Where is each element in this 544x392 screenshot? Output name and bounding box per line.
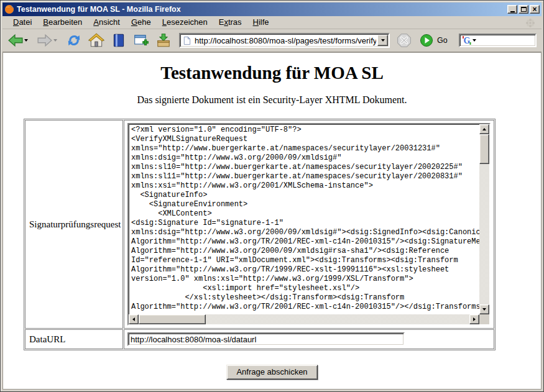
close-icon: ×: [532, 6, 537, 12]
forward-dropdown-icon[interactable]: [53, 39, 57, 42]
menu-bar: Datei Bearbeiten Ansicht Gehe Lesezeiche…: [2, 16, 542, 29]
horizontal-scrollbar[interactable]: [129, 314, 479, 324]
close-button[interactable]: ×: [530, 5, 540, 14]
minimize-button[interactable]: [507, 5, 517, 14]
menu-datei[interactable]: Datei: [7, 16, 37, 29]
page-subtitle: Das signierte Dokument ist ein Security-…: [3, 94, 541, 106]
request-textarea[interactable]: <?xml version="1.0" encoding="UTF-8"?> <…: [127, 123, 491, 326]
window-title: Testanwendung für MOA SL - Mozilla Firef…: [17, 5, 507, 14]
form-table: Signaturprüfungsrequest <?xml version="1…: [24, 119, 496, 350]
menu-hilfe[interactable]: Hilfe: [247, 16, 275, 29]
downloads-button[interactable]: [155, 32, 172, 48]
vertical-scrollbar[interactable]: [479, 124, 489, 314]
throbber-icon: [525, 18, 535, 28]
menu-extras[interactable]: Extras: [213, 16, 247, 29]
maximize-icon: [521, 7, 527, 12]
dataurl-label: DataURL: [25, 329, 123, 349]
home-button[interactable]: [88, 32, 104, 48]
go-button[interactable]: [418, 32, 435, 48]
url-bar[interactable]: [179, 33, 390, 48]
back-button[interactable]: [7, 32, 24, 48]
browser-window: Testanwendung für MOA SL - Mozilla Firef…: [0, 0, 544, 392]
reload-button[interactable]: [66, 32, 82, 48]
vertical-scroll-track[interactable]: [479, 134, 489, 304]
scroll-left-button[interactable]: [129, 314, 139, 324]
scroll-up-button[interactable]: [479, 124, 489, 134]
dataurl-input[interactable]: [127, 332, 405, 346]
table-row: DataURL: [25, 329, 494, 349]
window-controls: ×: [507, 5, 540, 14]
scroll-right-button[interactable]: [469, 314, 479, 324]
search-input[interactable]: [478, 36, 532, 45]
arrow-up-icon: [482, 128, 486, 130]
horizontal-scroll-track[interactable]: [139, 314, 469, 324]
minimize-icon: [510, 11, 515, 12]
chevron-down-icon: [381, 39, 385, 42]
forward-button[interactable]: [37, 32, 53, 48]
scroll-down-button[interactable]: [479, 304, 489, 314]
submit-button[interactable]: Anfrage abschicken: [226, 365, 317, 380]
menu-lesezeichen[interactable]: Lesezeichen: [157, 16, 213, 29]
navigation-toolbar: Go G: [2, 29, 542, 52]
new-window-button[interactable]: [133, 32, 149, 48]
arrow-left-icon: [132, 317, 135, 321]
maximize-button[interactable]: [519, 5, 528, 14]
request-xml-text[interactable]: <?xml version="1.0" encoding="UTF-8"?> <…: [129, 124, 479, 314]
bookmarks-button[interactable]: [111, 32, 127, 48]
firefox-icon[interactable]: [4, 4, 14, 14]
menu-bearbeiten[interactable]: Bearbeiten: [37, 16, 88, 29]
url-dropdown-button[interactable]: [377, 35, 388, 46]
horizontal-scroll-thumb[interactable]: [139, 314, 206, 324]
page-icon[interactable]: [182, 36, 191, 45]
search-box[interactable]: G: [459, 34, 537, 47]
search-engine-dropdown-icon[interactable]: [473, 39, 476, 42]
google-icon[interactable]: G: [462, 35, 472, 45]
stop-button[interactable]: [396, 32, 412, 48]
page-content: Testanwendung für MOA SL Das signierte D…: [2, 52, 542, 390]
submit-row: Anfrage abschicken: [3, 365, 541, 380]
arrow-down-icon: [482, 308, 486, 311]
svg-text:G: G: [463, 36, 470, 45]
menu-gehe[interactable]: Gehe: [126, 16, 157, 29]
vertical-scroll-thumb[interactable]: [479, 134, 489, 164]
page-title: Testanwendung für MOA SL: [3, 63, 541, 83]
title-bar: Testanwendung für MOA SL - Mozilla Firef…: [2, 2, 542, 16]
scrollbar-corner: [479, 314, 489, 324]
go-label[interactable]: Go: [437, 36, 448, 45]
request-label: Signaturprüfungsrequest: [25, 120, 123, 329]
table-row: Signaturprüfungsrequest <?xml version="1…: [25, 120, 494, 329]
url-input[interactable]: [193, 35, 377, 45]
back-dropdown-icon[interactable]: [24, 39, 28, 42]
arrow-right-icon: [473, 317, 476, 321]
menu-ansicht[interactable]: Ansicht: [88, 16, 126, 29]
